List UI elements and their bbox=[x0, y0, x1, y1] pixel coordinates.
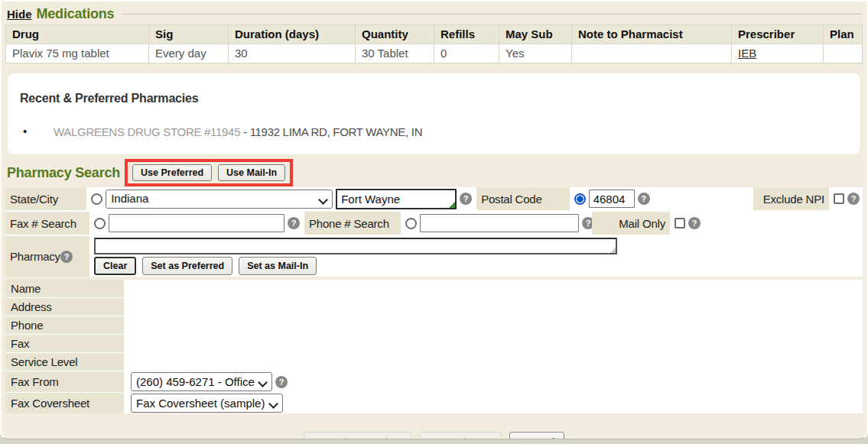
address-label: Address bbox=[5, 298, 124, 316]
medication-quantity: 30 Tablet bbox=[356, 44, 434, 63]
pharmacy-address: - 11932 LIMA RD, FORT WAYNE, IN bbox=[240, 125, 422, 138]
fax-search-label: Fax # Search bbox=[5, 212, 89, 235]
fax-from-row: Fax From (260) 459-6271 - Office ? bbox=[5, 371, 863, 392]
state-city-row: State/City Indiana ? Postal Code ? E bbox=[5, 187, 863, 212]
name-row: Name bbox=[5, 280, 863, 297]
address-row: Address bbox=[5, 298, 863, 316]
fax-value bbox=[125, 335, 863, 352]
footer-actions: -- Fax/Transmit -- -- Preview -- Cancel bbox=[5, 432, 863, 439]
address-value bbox=[125, 298, 863, 316]
pharmacy-fields: Clear Set as Preferred Set as Mail-In bbox=[91, 236, 863, 275]
medication-refills: 0 bbox=[434, 44, 499, 63]
fax-transmit-button: -- Fax/Transmit -- bbox=[304, 432, 411, 439]
col-header-plan: Plan bbox=[824, 25, 862, 44]
service-level-label: Service Level bbox=[5, 353, 124, 371]
medication-may-sub: Yes bbox=[499, 44, 571, 63]
medication-plan bbox=[824, 44, 862, 63]
fax-coversheet-field: Fax Coversheet (sample) bbox=[125, 393, 863, 413]
phone-search-fields: ? bbox=[402, 212, 590, 235]
clear-button[interactable]: Clear bbox=[94, 257, 136, 275]
phone-label: Phone bbox=[5, 316, 124, 334]
medication-sig: Every day bbox=[149, 44, 228, 63]
col-header-quantity: Quantity bbox=[356, 25, 434, 44]
col-header-may-sub: May Sub bbox=[499, 25, 571, 44]
col-header-refills: Refills bbox=[434, 25, 499, 44]
recent-pharmacies-title: Recent & Preferred Pharmacies bbox=[20, 92, 848, 105]
medication-drug: Plavix 75 mg tablet bbox=[6, 44, 148, 63]
medications-header: Hide Medications bbox=[5, 5, 863, 24]
recent-pharmacies-card: Recent & Preferred Pharmacies WALGREENS … bbox=[7, 73, 861, 155]
use-mail-in-button[interactable]: Use Mail-In bbox=[218, 164, 285, 181]
eprescribe-panel: Hide Medications Drug Sig Duration (days… bbox=[0, 0, 868, 439]
mail-only-help-icon[interactable]: ? bbox=[688, 217, 701, 229]
exclude-npi-checkbox[interactable] bbox=[834, 193, 844, 204]
pharmacy-buttons: Clear Set as Preferred Set as Mail-In bbox=[94, 257, 317, 275]
pharmacy-help-icon[interactable]: ? bbox=[60, 251, 73, 263]
set-as-mail-in-button[interactable]: Set as Mail-In bbox=[239, 257, 317, 275]
phone-value bbox=[125, 316, 863, 334]
state-city-radio[interactable] bbox=[91, 193, 102, 205]
postal-code-fields: ? bbox=[571, 187, 753, 210]
postal-code-help-icon[interactable]: ? bbox=[638, 193, 650, 205]
city-help-icon[interactable]: ? bbox=[460, 193, 472, 205]
exclude-npi-fields: ? bbox=[831, 187, 863, 210]
fax-from-label: Fax From bbox=[5, 371, 124, 392]
mail-only-checkbox[interactable] bbox=[675, 218, 685, 228]
pharmacy-name-link[interactable]: WALGREENS DRUG STORE #11945 bbox=[54, 125, 240, 138]
list-item: WALGREENS DRUG STORE #11945 - 11932 LIMA… bbox=[20, 125, 848, 138]
col-header-note: Note to Pharmacist bbox=[572, 25, 731, 44]
fax-from-select-wrap: (260) 459-6271 - Office bbox=[131, 372, 272, 391]
col-header-drug: Drug bbox=[6, 25, 148, 44]
prescriber-link[interactable]: IEB bbox=[738, 47, 756, 60]
state-select-wrap: Indiana bbox=[106, 190, 333, 209]
fax-coversheet-row: Fax Coversheet Fax Coversheet (sample) bbox=[5, 393, 863, 413]
city-input[interactable] bbox=[336, 189, 457, 209]
recent-pharmacies-list: WALGREENS DRUG STORE #11945 - 11932 LIMA… bbox=[20, 125, 848, 138]
fax-search-fields: ? bbox=[91, 212, 303, 235]
set-as-preferred-button[interactable]: Set as Preferred bbox=[142, 257, 232, 275]
medication-note bbox=[572, 44, 731, 63]
pharmacy-details: Name Address Phone Fax Service Level Fax… bbox=[5, 280, 863, 413]
pharmacy-row: Pharmacy? Clear Set as Preferred Set as … bbox=[5, 236, 863, 277]
col-header-sig: Sig bbox=[149, 25, 228, 44]
highlight-box: Use Preferred Use Mail-In bbox=[125, 159, 293, 186]
mail-only-fields: ? bbox=[671, 212, 863, 235]
phone-search-radio[interactable] bbox=[405, 218, 417, 229]
mail-only-label: Mail Only bbox=[592, 212, 670, 235]
postal-code-input[interactable] bbox=[589, 190, 635, 208]
fax-search-input[interactable] bbox=[109, 214, 284, 232]
phone-search-label: Phone # Search bbox=[304, 212, 401, 235]
postal-code-label: Postal Code bbox=[476, 187, 570, 210]
city-input-wrap bbox=[336, 189, 457, 209]
postal-code-radio[interactable] bbox=[574, 193, 586, 205]
fax-coversheet-select-wrap: Fax Coversheet (sample) bbox=[131, 394, 283, 413]
phone-row: Phone bbox=[5, 316, 863, 334]
state-select[interactable]: Indiana bbox=[106, 190, 333, 209]
exclude-npi-help-icon[interactable]: ? bbox=[847, 193, 860, 205]
use-preferred-button[interactable]: Use Preferred bbox=[132, 164, 212, 181]
cancel-button[interactable]: Cancel bbox=[509, 432, 565, 439]
fax-row: Fax bbox=[5, 335, 863, 352]
state-city-label: State/City bbox=[5, 187, 86, 210]
name-label: Name bbox=[5, 280, 124, 297]
name-value bbox=[125, 280, 863, 297]
medications-table: Drug Sig Duration (days) Quantity Refill… bbox=[5, 24, 863, 63]
pharmacy-search-header: Pharmacy Search Use Preferred Use Mail-I… bbox=[7, 160, 863, 186]
fax-from-field: (260) 459-6271 - Office ? bbox=[125, 371, 863, 392]
service-level-row: Service Level bbox=[5, 353, 863, 371]
hide-medications-link[interactable]: Hide bbox=[7, 8, 32, 21]
fax-search-help-icon[interactable]: ? bbox=[288, 217, 300, 229]
medication-row: Plavix 75 mg tablet Every day 30 30 Tabl… bbox=[6, 44, 862, 63]
medications-table-header: Drug Sig Duration (days) Quantity Refill… bbox=[6, 25, 862, 44]
medications-title: Medications bbox=[37, 6, 115, 22]
phone-search-input[interactable] bbox=[420, 214, 579, 232]
fax-from-help-icon[interactable]: ? bbox=[275, 376, 288, 388]
pharmacy-search-title: Pharmacy Search bbox=[7, 165, 120, 181]
fax-coversheet-select[interactable]: Fax Coversheet (sample) bbox=[131, 394, 283, 413]
fax-from-select[interactable]: (260) 459-6271 - Office bbox=[131, 372, 272, 391]
fax-phone-row: Fax # Search ? Phone # Search ? Mail Onl… bbox=[5, 212, 863, 236]
fax-coversheet-label: Fax Coversheet bbox=[5, 393, 124, 413]
fax-search-radio[interactable] bbox=[94, 218, 106, 229]
pharmacy-label: Pharmacy? bbox=[5, 236, 89, 277]
pharmacy-input[interactable] bbox=[94, 238, 617, 254]
